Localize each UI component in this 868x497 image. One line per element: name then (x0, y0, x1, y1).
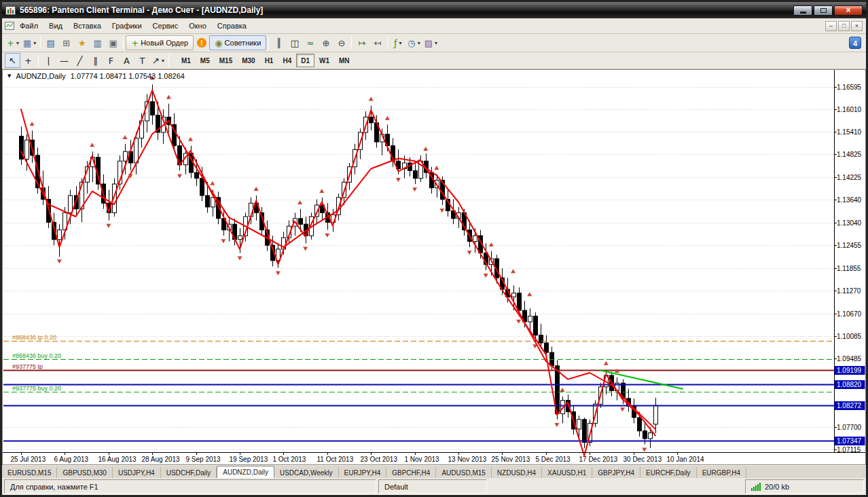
price-chart[interactable]: #868436 tp 0.20#868436 buy 0.20#937775 t… (3, 70, 865, 464)
chart-panel: #868436 tp 0.20#868436 buy 0.20#937775 t… (2, 69, 866, 465)
line-chart-button[interactable]: ≈ (302, 35, 318, 50)
trendline-button[interactable]: ╱ (72, 53, 88, 68)
chart-tab-eurgbp-h4[interactable]: EURGBP,H4 (697, 467, 747, 478)
svg-text:1.13040: 1.13040 (837, 219, 862, 227)
fibonacci-button[interactable]: F (103, 53, 119, 68)
alerts-button[interactable]: ! (194, 35, 209, 50)
periods-button[interactable]: ◷▾ (405, 35, 422, 50)
timeframe-mn[interactable]: MN (334, 54, 355, 67)
timeframe-d1[interactable]: D1 (296, 54, 314, 67)
menu-service[interactable]: Сервис (147, 20, 184, 32)
chart-window-icon[interactable] (5, 22, 14, 30)
profiles-icon: ▦ (23, 39, 31, 48)
timeframe-m5[interactable]: M5 (196, 54, 215, 67)
svg-text:30 Dec 2013: 30 Dec 2013 (623, 456, 662, 463)
chart-tab-eurchf-daily[interactable]: EURCHF,Daily (640, 467, 697, 478)
chart-tab-usdcad-weekly[interactable]: USDCAD,Weekly (274, 467, 339, 478)
cursor-button[interactable]: ↖ (5, 53, 20, 68)
menu-file[interactable]: Файл (14, 20, 43, 32)
market-watch-icon: ▤ (47, 39, 55, 48)
minimize-button[interactable] (793, 5, 812, 16)
favorites-button[interactable]: ★ (74, 35, 90, 50)
svg-text:5 Dec 2013: 5 Dec 2013 (536, 456, 571, 463)
new-order-label: Новый Ордер (141, 39, 188, 47)
child-restore-button[interactable]: □ (838, 21, 850, 31)
navigator-button[interactable]: ⊞ (58, 35, 74, 50)
child-close-button[interactable]: × (851, 21, 863, 31)
maximize-button[interactable] (814, 5, 833, 16)
terminal-button[interactable]: ▣ (105, 35, 121, 50)
text-button[interactable]: A (119, 53, 134, 68)
close-button[interactable]: × (834, 5, 863, 16)
new-chart-button[interactable]: +▾ (5, 35, 21, 50)
data-window-button[interactable]: ▥ (90, 35, 105, 50)
chart-shift-button[interactable]: ↤ (369, 35, 385, 50)
status-profile[interactable]: Default (378, 479, 487, 494)
line-studies-toolbar: ↖+|—╱∥FAT↗▾M1M5M15M30H1H4D1W1MN (2, 52, 866, 69)
templates-button[interactable]: ▨▾ (422, 35, 439, 50)
timeframe-w1[interactable]: W1 (314, 54, 334, 67)
child-minimize-button[interactable]: – (825, 21, 837, 31)
candle-chart-button[interactable]: ◫ (287, 35, 302, 50)
notification-badge[interactable]: 4 (849, 37, 861, 49)
zoom-out-button[interactable]: ⊖ (333, 35, 349, 50)
auto-scroll-button[interactable]: ↦ (354, 35, 369, 50)
text-label-button[interactable]: T (134, 53, 150, 68)
templates-icon: ▨ (424, 39, 433, 48)
axis-layer: 1.165951.160101.154101.148251.142251.136… (3, 70, 865, 463)
chart-tab-gbpjpy-h4[interactable]: GBPJPY,H4 (592, 467, 640, 478)
toolbar-separator (168, 54, 169, 67)
timeframe-m30[interactable]: M30 (237, 54, 259, 67)
svg-text:1.07115: 1.07115 (837, 446, 861, 454)
menu-window[interactable]: Окно (183, 20, 212, 32)
chart-ohlc-label: 1.07774 1.08471 1.07543 1.08264 (71, 72, 185, 80)
order-lines-layer: #868436 tp 0.20#868436 buy 0.20#937775 t… (3, 334, 834, 441)
expert-advisors-button[interactable]: ◉Советники (209, 35, 266, 50)
timeframe-h4[interactable]: H4 (278, 54, 296, 67)
svg-text:1.16010: 1.16010 (837, 106, 862, 113)
horizontal-line-button[interactable]: — (56, 53, 72, 68)
trendline-icon: ╱ (77, 56, 83, 65)
profiles-button[interactable]: ▦▾ (21, 35, 38, 50)
title-bar[interactable]: 565896: Panteon Client Terminal - Демо С… (2, 2, 866, 18)
vertical-line-icon: | (47, 56, 50, 65)
indicators-button[interactable]: ƒ▾ (390, 35, 405, 50)
expert-advisors-icon: ◉ (215, 39, 222, 48)
new-order-button[interactable]: +Новый Ордер (126, 35, 194, 50)
chart-tab-audnzd-daily[interactable]: AUDNZD,Daily (217, 466, 274, 478)
symbol-dropdown-icon[interactable]: ▼ (7, 73, 11, 79)
chart-tab-eurjpy-h4[interactable]: EURJPY,H4 (339, 467, 387, 478)
toolbar-separator (268, 37, 269, 50)
new-chart-dropdown-icon: ▾ (16, 40, 19, 46)
connection-bars-icon (751, 483, 761, 491)
crosshair-button[interactable]: + (20, 53, 36, 68)
chart-tab-xauusd-h1[interactable]: XAUUSD,H1 (542, 467, 592, 478)
timeframe-m15[interactable]: M15 (215, 54, 237, 67)
indicator-layer (21, 90, 683, 456)
vertical-line-button[interactable]: | (41, 53, 56, 68)
chart-tab-nzdusd-h4[interactable]: NZDUSD,H4 (492, 467, 542, 478)
chart-tab-gbpusd-m30[interactable]: GBPUSD,M30 (57, 467, 112, 478)
chart-tab-audusd-m15[interactable]: AUDUSD,M15 (436, 467, 491, 478)
menu-insert[interactable]: Вставка (68, 20, 107, 32)
equidistant-channel-button[interactable]: ∥ (88, 53, 103, 68)
menu-view[interactable]: Вид (43, 20, 68, 32)
grid-layer (3, 88, 834, 450)
menu-charts[interactable]: Графики (107, 20, 147, 32)
bar-chart-button[interactable]: ║ (271, 35, 287, 50)
menu-help[interactable]: Справка (212, 20, 252, 32)
chart-tab-usdchf-daily[interactable]: USDCHF,Daily (161, 467, 217, 478)
timeframe-m1[interactable]: M1 (177, 54, 196, 67)
svg-text:#937775 tp: #937775 tp (12, 363, 43, 370)
chart-tab-eurusd-m15[interactable]: EURUSD,M15 (2, 467, 57, 478)
zoom-in-button[interactable]: ⊕ (318, 35, 333, 50)
chart-tab-gbpchf-h4[interactable]: GBPCHF,H4 (386, 467, 436, 478)
chart-tab-usdjpy-h4[interactable]: USDJPY,H4 (113, 467, 161, 478)
market-watch-button[interactable]: ▤ (43, 35, 58, 50)
svg-text:19 Sep 2013: 19 Sep 2013 (230, 456, 268, 463)
arrow-tools-icon: ↗ (152, 56, 160, 65)
svg-text:25 Nov 2013: 25 Nov 2013 (492, 456, 530, 463)
arrow-tools-button[interactable]: ↗▾ (150, 53, 166, 68)
timeframe-h1[interactable]: H1 (260, 54, 278, 67)
app-icon (5, 6, 16, 15)
